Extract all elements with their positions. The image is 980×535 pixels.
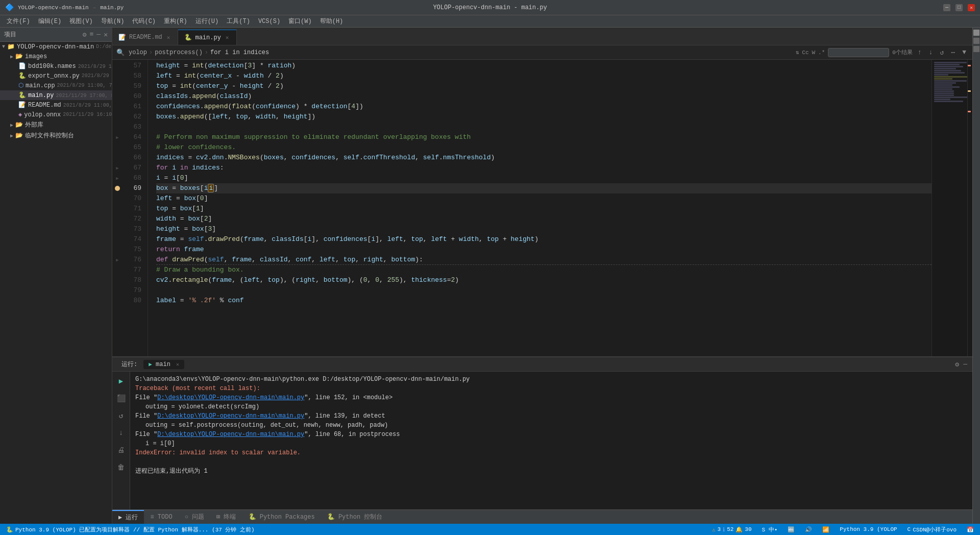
panel-collapse-icon[interactable]: —	[96, 31, 101, 39]
clear-btn[interactable]: 🗑	[114, 460, 128, 475]
prev-result-btn[interactable]: ↑	[916, 47, 924, 57]
line-num-76: 76	[122, 255, 141, 265]
terminal-path-link-3[interactable]: D:\desktop\YOLOP-opencv-dnn-main\main.py	[157, 431, 304, 438]
network-status[interactable]: 📶	[820, 526, 831, 533]
terminal-content[interactable]: G:\anaconda3\envs\YOLOP-opencv-dnn-main\…	[130, 372, 972, 509]
tree-file-mainpy[interactable]: 🐍 main.py 2021/11/29 17:00, 8.29 kB 片刻 之…	[0, 90, 112, 100]
tree-file-readme[interactable]: 📝 README.md 2021/8/29 11:00, 1.53 kB 36 …	[0, 100, 112, 110]
sound-status[interactable]: 🔊	[803, 526, 814, 533]
menu-tools[interactable]: 工具(T)	[223, 15, 254, 27]
rerun-btn[interactable]: ↺	[114, 408, 128, 423]
terminal-code-1: outing = yolonet.detect(srcImg)	[135, 402, 967, 411]
menu-file[interactable]: 文件(F)	[3, 15, 34, 27]
sougou-input-status[interactable]: S 中•	[760, 526, 780, 533]
menu-code[interactable]: 代码(C)	[128, 15, 160, 27]
close-btn[interactable]: ✕	[968, 4, 975, 11]
stop-btn[interactable]: ⬛	[114, 391, 128, 405]
right-sidebar-icon-2[interactable]	[973, 38, 979, 44]
python-version-status[interactable]: Python 3.9 (YOLOP	[838, 526, 899, 532]
tab-mainpy[interactable]: 🐍 main.py ✕	[178, 30, 237, 45]
minimize-panel-icon[interactable]: —	[963, 360, 967, 369]
menu-edit[interactable]: 编辑(E)	[34, 15, 66, 27]
tree-external-libs[interactable]: ▶ 📂 外部库	[0, 119, 112, 130]
tree-file-bdd[interactable]: 📄 bdd100k.names 2021/8/29 11:00, 5 B 37 …	[0, 61, 112, 71]
tree-images-folder[interactable]: ▶ 📂 images	[0, 52, 112, 61]
panel-header-icons: ⚙ ≡ — ✕	[83, 31, 108, 39]
ime-status[interactable]: 🔤	[786, 526, 797, 533]
regex-icon: .*	[818, 50, 825, 56]
filter-icon[interactable]: ▼	[960, 47, 968, 57]
scroll-to-end-btn[interactable]: ↓	[114, 426, 128, 440]
more-options-btn[interactable]: ⋯	[949, 47, 957, 58]
tree-root-item[interactable]: ▼ 📁 YOLOP-opencv-dnn-main D:/desktop/YOL…	[0, 42, 112, 52]
file-label: bdd100k.names	[28, 63, 76, 70]
python-status[interactable]: 🐍 Python 3.9 (YOLOP) 已配置为项目解释器 // 配置 Pyt…	[4, 526, 257, 533]
tree-file-export[interactable]: 🐍 export_onnx.py 2021/8/29 11:00, 5.99 k…	[0, 71, 112, 81]
status-right: ⚠ 3 ℹ 52 🔔 30 S 中• 🔤 🔊 📶 Python 3.9 (YOL…	[710, 526, 976, 533]
warnings-status[interactable]: ⚠ 3 ℹ 52 🔔 30	[710, 526, 754, 533]
code-line-73: height = box[3]	[156, 224, 932, 234]
code-content[interactable]: height = int(detection[3] * ratioh) left…	[148, 60, 932, 356]
print-btn[interactable]: 🖨	[114, 443, 128, 457]
bottom-tab-run[interactable]: ▶ 运行	[112, 510, 144, 524]
tree-file-maincpp[interactable]: ⬡ main.cpp 2021/8/29 11:00, 7.55 kB	[0, 81, 112, 90]
terminal-error-msg: IndexError: invalid index to scalar vari…	[135, 448, 967, 457]
gutter-80	[112, 296, 122, 306]
terminal-run-tab[interactable]: ▶ main ✕	[143, 360, 184, 369]
terminal-path-link-2[interactable]: D:\desktop\YOLOP-opencv-dnn-main\main.py	[157, 412, 304, 420]
tree-temp-files[interactable]: ▶ 📂 临时文件和控制台	[0, 130, 112, 141]
tab-readme[interactable]: 📝 README.md ✕	[112, 30, 178, 45]
terminal-panel: 运行: ▶ main ✕ ⚙ — ▶ ⬛ ↺ ↓	[112, 356, 972, 509]
line-num-66: 66	[122, 153, 141, 163]
menu-refactor[interactable]: 重构(R)	[160, 15, 191, 27]
csdn-status[interactable]: C CSDN@小祥子ovo	[905, 526, 959, 533]
right-sidebar-icon-3[interactable]	[973, 46, 979, 52]
chevron-icon: ▼	[2, 44, 5, 50]
menu-vcs[interactable]: VCS(S)	[254, 15, 284, 27]
calendar-status[interactable]: 📅	[965, 526, 976, 533]
right-sidebar-icon-1[interactable]	[973, 30, 979, 36]
gutter-70	[112, 193, 122, 204]
menu-help[interactable]: 帮助(H)	[316, 15, 348, 27]
file-icon: 📄	[18, 62, 26, 70]
line-num-70: 70	[122, 193, 141, 204]
search-input[interactable]	[828, 48, 889, 57]
code-line-64: # Perform non maximum suppression to eli…	[156, 132, 932, 142]
menu-nav[interactable]: 导航(N)	[97, 15, 129, 27]
run-btn[interactable]: ▶	[114, 374, 128, 388]
terminal-code-2: outing = self.postprocess(outing, det_ou…	[135, 421, 967, 430]
tab-close-btn[interactable]: ✕	[165, 34, 172, 41]
bottom-tab-terminal[interactable]: ⊞ 终端	[210, 510, 242, 524]
close-search-btn[interactable]: ↺	[938, 47, 946, 58]
run-icon: ▶	[149, 361, 152, 368]
panel-expand-icon[interactable]: ≡	[90, 31, 94, 39]
tree-file-onnx[interactable]: ◈ yolop.onnx 2021/11/29 16:10, 31.8 MB	[0, 110, 112, 119]
gutter-63	[112, 122, 122, 132]
tab-close-btn[interactable]: ✕	[224, 34, 231, 41]
menu-window[interactable]: 窗口(W)	[284, 15, 316, 27]
menu-run[interactable]: 运行(U)	[191, 15, 223, 27]
breakpoint-indicator[interactable]	[115, 186, 120, 191]
bottom-tab-packages[interactable]: 🐍 Python Packages	[242, 510, 321, 524]
menu-view[interactable]: 视图(V)	[65, 15, 97, 27]
terminal-path-link-1[interactable]: D:\desktop\YOLOP-opencv-dnn-main\main.py	[157, 394, 304, 401]
search-icon[interactable]: 🔍	[116, 48, 125, 57]
status-left: 🐍 Python 3.9 (YOLOP) 已配置为项目解释器 // 配置 Pyt…	[4, 526, 257, 533]
minimize-btn[interactable]: —	[943, 4, 950, 11]
next-result-btn[interactable]: ↓	[927, 47, 935, 57]
breadcrumb-part1: yolop	[129, 49, 147, 56]
panel-settings-icon[interactable]: ⚙	[83, 31, 87, 39]
csdn-text: CSDN@小祥子ovo	[913, 526, 957, 533]
bottom-tab-problems[interactable]: ○ 问题	[179, 510, 210, 524]
fold-icon: ▶	[116, 135, 118, 140]
file-meta: 2021/8/29 11:00, 7.55 kB	[57, 83, 112, 88]
project-panel: 项目 ⚙ ≡ — ✕ ▼ 📁 YOLOP-opencv-dnn-main D:/…	[0, 28, 112, 524]
panel-close-icon[interactable]: ✕	[104, 31, 108, 39]
settings-icon[interactable]: ⚙	[955, 360, 959, 369]
run-tab-close[interactable]: ✕	[176, 362, 179, 368]
maximize-btn[interactable]: □	[955, 4, 963, 11]
bottom-tab-console[interactable]: 🐍 Python 控制台	[321, 510, 389, 524]
code-line-72: width = box[2]	[156, 214, 932, 224]
terminal-line-3: File "D:\desktop\YOLOP-opencv-dnn-main\m…	[135, 430, 967, 439]
bottom-tab-todo[interactable]: ≡ TODO	[144, 510, 178, 524]
